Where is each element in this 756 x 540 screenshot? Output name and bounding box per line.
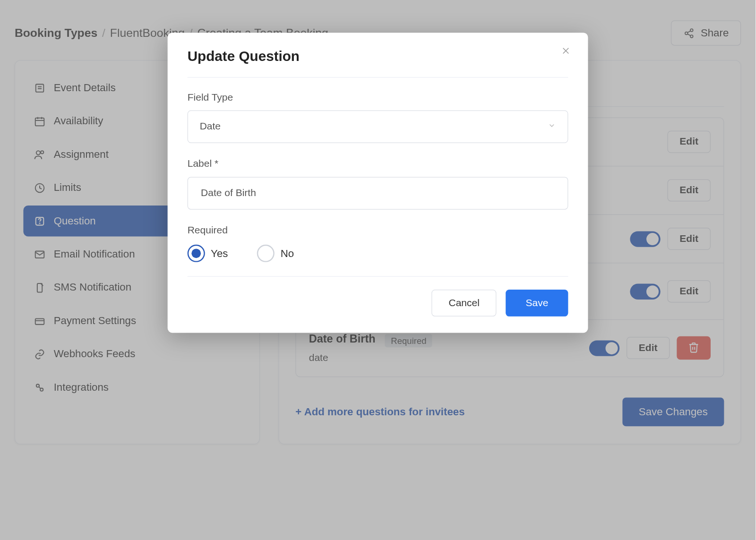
close-icon [561,46,571,58]
modal-title: Update Question [188,48,568,64]
update-question-modal: Update Question Field Type Date Label * … [168,33,588,333]
radio-label: No [281,247,294,259]
label-field-label: Label * [188,158,568,170]
label-input-wrap [188,177,568,209]
cancel-button[interactable]: Cancel [432,290,497,317]
label-input[interactable] [200,187,556,199]
radio-icon [188,245,205,262]
radio-icon [257,245,275,262]
field-type-value: Date [200,121,221,133]
modal-close-button[interactable] [558,45,574,59]
modal-overlay[interactable]: Update Question Field Type Date Label * … [0,0,756,540]
required-no-option[interactable]: No [257,245,294,262]
radio-label: Yes [211,247,228,259]
field-type-select[interactable]: Date [188,111,568,143]
save-button[interactable]: Save [506,290,568,317]
chevron-down-icon [548,121,556,133]
field-type-label: Field Type [188,92,568,103]
required-label: Required [188,225,568,237]
required-yes-option[interactable]: Yes [188,245,228,262]
